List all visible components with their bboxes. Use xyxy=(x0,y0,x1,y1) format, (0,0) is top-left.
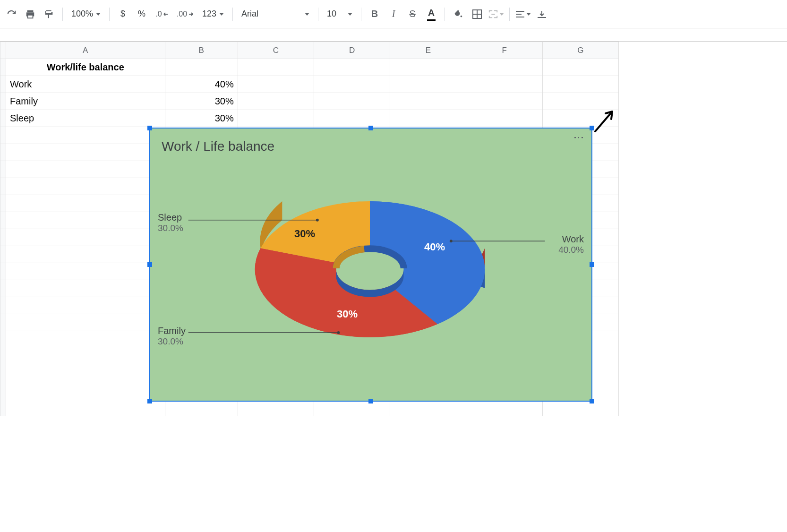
format-percent-button[interactable]: % xyxy=(133,6,150,23)
slice-label-family: 30% xyxy=(337,308,358,320)
callout-work: Work 40.0% xyxy=(558,233,584,256)
resize-handle[interactable] xyxy=(147,262,152,267)
strikethrough-button[interactable]: S xyxy=(404,6,421,23)
chart-object[interactable]: Work / Life balance ⋮ 30% xyxy=(149,128,592,402)
table-row: Work/life balance xyxy=(0,59,619,76)
callout-sleep: Sleep 30.0% xyxy=(158,212,183,234)
resize-handle[interactable] xyxy=(147,126,152,130)
cell-A2[interactable]: Work xyxy=(6,76,165,93)
font-family-select[interactable]: Arial xyxy=(238,7,313,21)
col-header[interactable]: A xyxy=(6,42,165,59)
callout-family: Family 30.0% xyxy=(158,325,186,347)
svg-point-3 xyxy=(461,15,462,17)
svg-point-12 xyxy=(337,331,340,334)
resize-handle[interactable] xyxy=(147,399,152,403)
col-header[interactable]: E xyxy=(390,42,466,59)
fill-color-button[interactable] xyxy=(450,6,467,23)
separator xyxy=(109,8,110,21)
resize-handle[interactable] xyxy=(590,399,594,403)
vertical-align-button[interactable] xyxy=(533,6,550,23)
resize-handle[interactable] xyxy=(590,126,594,130)
cell-B2[interactable]: 40% xyxy=(165,76,238,93)
chevron-down-icon xyxy=(96,13,101,16)
merge-cells-button[interactable] xyxy=(488,6,505,23)
cell-B4[interactable]: 30% xyxy=(165,110,238,127)
col-header[interactable]: G xyxy=(542,42,618,59)
paint-format-icon[interactable] xyxy=(41,6,58,23)
separator xyxy=(361,8,361,21)
increase-decimal-button[interactable]: .00 xyxy=(175,6,197,23)
cell-A1[interactable]: Work/life balance xyxy=(6,59,165,76)
col-header[interactable]: B xyxy=(165,42,238,59)
column-headers: A B C D E F G xyxy=(0,42,619,59)
decrease-decimal-button[interactable]: .0 xyxy=(152,6,173,23)
chevron-down-icon xyxy=(305,13,309,16)
slice-label-sleep: 30% xyxy=(294,228,315,240)
svg-point-8 xyxy=(316,219,319,222)
separator xyxy=(509,8,510,21)
col-header[interactable]: D xyxy=(314,42,390,59)
resize-handle[interactable] xyxy=(368,126,373,130)
font-name: Arial xyxy=(241,9,258,19)
separator xyxy=(232,8,233,21)
resize-handle[interactable] xyxy=(590,262,594,267)
italic-button[interactable]: I xyxy=(385,6,402,23)
more-formats-select[interactable]: 123 xyxy=(198,7,228,21)
format-currency-button[interactable]: $ xyxy=(114,6,131,23)
toolbar: 100% $ % .0 .00 123 Arial 10 B I S A xyxy=(0,0,787,28)
separator xyxy=(445,8,445,21)
table-row: Family 30% xyxy=(0,93,619,110)
table-row: Work 40% xyxy=(0,76,619,93)
cell-A3[interactable]: Family xyxy=(6,93,165,110)
svg-rect-0 xyxy=(27,10,34,12)
borders-button[interactable] xyxy=(469,6,486,23)
text-color-button[interactable]: A xyxy=(423,6,440,23)
separator xyxy=(318,8,318,21)
separator xyxy=(62,8,63,21)
resize-handle[interactable] xyxy=(368,399,373,403)
formula-bar[interactable] xyxy=(0,28,787,42)
print-icon[interactable] xyxy=(22,6,39,23)
spreadsheet-grid: A B C D E F G Work/life balance Work 40%… xyxy=(0,42,787,416)
chevron-down-icon xyxy=(348,13,352,16)
cell-B3[interactable]: 30% xyxy=(165,93,238,110)
svg-rect-2 xyxy=(28,15,33,17)
zoom-select[interactable]: 100% xyxy=(68,7,104,21)
table-row: Sleep 30% xyxy=(0,110,619,127)
bold-button[interactable]: B xyxy=(366,6,383,23)
chevron-down-icon xyxy=(219,13,224,16)
donut-3d-chart xyxy=(150,129,591,401)
col-header[interactable]: F xyxy=(466,42,542,59)
font-size-value: 10 xyxy=(327,9,336,19)
slice-label-work: 40% xyxy=(424,241,445,253)
svg-point-10 xyxy=(450,240,453,242)
zoom-value: 100% xyxy=(71,9,93,19)
col-header[interactable]: C xyxy=(238,42,314,59)
redo-icon[interactable] xyxy=(3,6,20,23)
cell-A4[interactable]: Sleep xyxy=(6,110,165,127)
font-size-select[interactable]: 10 xyxy=(323,7,356,21)
horizontal-align-button[interactable] xyxy=(514,6,531,23)
